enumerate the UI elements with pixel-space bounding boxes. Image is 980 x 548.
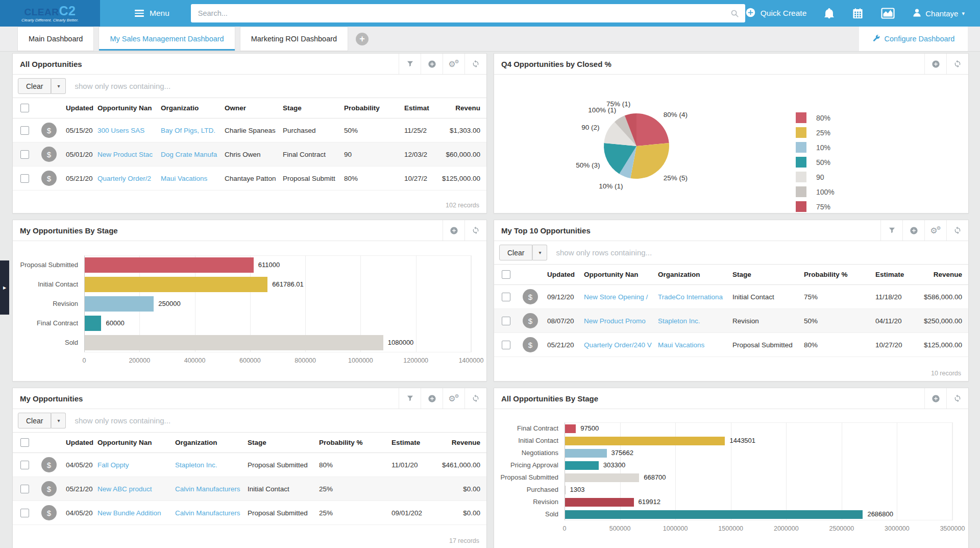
row-checkbox[interactable] — [20, 509, 29, 517]
column-header-stage[interactable]: Stage — [248, 433, 319, 453]
cell-name[interactable]: 300 Users SAS — [97, 118, 161, 142]
table-row[interactable]: $05/21/20Quarterly Order/2Maui Vacations… — [13, 166, 486, 190]
column-header-updated[interactable]: Updated — [547, 265, 584, 285]
settings-icon[interactable]: ⚙⚙ — [443, 388, 464, 409]
search-icon[interactable] — [730, 9, 739, 18]
column-header-name[interactable]: Opportunity Nan — [584, 265, 658, 285]
sidebar-expand-toggle[interactable]: ▶ — [0, 260, 9, 315]
bar-initial-contact[interactable] — [565, 437, 725, 445]
clear-filter-dropdown[interactable]: ▾ — [51, 78, 66, 94]
table-row[interactable]: $05/21/20New ABC productCalvin Manufactu… — [13, 477, 486, 501]
column-header-org[interactable]: Organizatio — [161, 98, 225, 118]
filter-input[interactable] — [74, 81, 481, 91]
column-header-revenue[interactable]: Revenue — [912, 265, 968, 285]
cell-name[interactable]: New Bundle Addition — [97, 501, 175, 525]
bar-sold[interactable] — [85, 335, 383, 350]
user-menu[interactable]: Chantaye ▾ — [912, 8, 965, 19]
bar-negotiations[interactable] — [565, 449, 607, 458]
row-checkbox[interactable] — [20, 150, 29, 159]
select-all-checkbox[interactable] — [502, 270, 510, 279]
column-header-probability[interactable]: Probability % — [804, 265, 875, 285]
select-all-checkbox[interactable] — [20, 438, 29, 447]
cell-name[interactable]: Fall Oppty — [97, 453, 175, 477]
table-row[interactable]: $04/05/20New Bundle AdditionCalvin Manuf… — [13, 501, 486, 525]
configure-dashboard-button[interactable]: Configure Dashboard — [859, 27, 968, 51]
cell-name[interactable]: Quarterly Order/240 V — [584, 333, 658, 357]
filter-input[interactable] — [555, 248, 963, 257]
column-header-stage[interactable]: Stage — [732, 265, 804, 285]
notifications-bell-icon[interactable] — [824, 8, 835, 19]
add-icon[interactable] — [443, 220, 464, 241]
column-header-org[interactable]: Organization — [175, 433, 248, 453]
tab-my-sales-management-dashboard[interactable]: My Sales Management Dashboard — [99, 27, 235, 51]
cell-name[interactable]: Quarterly Order/2 — [97, 166, 161, 190]
row-checkbox[interactable] — [502, 317, 510, 325]
table-row[interactable]: $04/05/20Fall OpptyStapleton Inc.Proposa… — [13, 453, 486, 477]
cell-name[interactable]: New Product Stac — [97, 142, 161, 166]
bar-revision[interactable] — [85, 296, 154, 312]
cell-org[interactable]: Maui Vacations — [161, 166, 225, 190]
filter-icon[interactable] — [399, 388, 421, 409]
cell-org[interactable]: Dog Crate Manufa — [161, 142, 225, 166]
row-checkbox[interactable] — [20, 461, 29, 469]
add-icon[interactable] — [924, 54, 946, 74]
row-checkbox[interactable] — [20, 174, 29, 183]
refresh-icon[interactable] — [464, 388, 486, 409]
bar-pricing-approval[interactable] — [565, 461, 599, 470]
bar-proposal-submitted[interactable] — [85, 257, 254, 273]
refresh-icon[interactable] — [464, 54, 486, 74]
settings-icon[interactable]: ⚙⚙ — [924, 220, 946, 241]
calendar-icon[interactable] — [852, 8, 864, 19]
refresh-icon[interactable] — [464, 220, 486, 241]
select-all-checkbox[interactable] — [20, 104, 29, 112]
table-row[interactable]: $09/12/20New Store Opening /TradeCo Inte… — [494, 285, 968, 309]
cell-name[interactable]: New ABC product — [97, 477, 175, 501]
settings-icon[interactable]: ⚙⚙ — [443, 54, 464, 74]
table-row[interactable]: $08/07/20New Product PromoStapleton Inc.… — [494, 309, 968, 333]
row-checkbox[interactable] — [502, 293, 510, 301]
cell-name[interactable]: New Store Opening / — [584, 285, 658, 309]
filter-icon[interactable] — [399, 54, 421, 74]
column-header-updated[interactable]: Updated — [66, 433, 97, 453]
pie-slice-25%[interactable] — [630, 143, 669, 179]
row-checkbox[interactable] — [502, 341, 510, 349]
bar-purchased[interactable] — [565, 486, 566, 494]
bar-initial-contact[interactable] — [85, 277, 267, 292]
bar-proposal-submitted[interactable] — [565, 473, 639, 482]
search-input[interactable] — [197, 9, 730, 18]
bar-sold[interactable] — [565, 510, 863, 519]
tab-marketing-roi-dashboard[interactable]: Marketing ROI Dashboard — [240, 27, 348, 51]
cell-name[interactable]: New Product Promo — [584, 309, 658, 333]
add-icon[interactable] — [924, 388, 946, 409]
clear-filter-button[interactable]: Clear — [499, 245, 532, 260]
bar-final-contract[interactable] — [565, 424, 576, 433]
table-row[interactable]: $05/15/20300 Users SASBay Of Pigs, LTD.C… — [13, 118, 486, 142]
add-tab-button[interactable]: + — [356, 33, 369, 45]
bar-final-contract[interactable] — [85, 316, 101, 331]
column-header-probability[interactable]: Probability — [344, 98, 404, 118]
cell-org[interactable]: Bay Of Pigs, LTD. — [161, 118, 225, 142]
clear-filter-button[interactable]: Clear — [18, 78, 51, 94]
cell-org[interactable]: Stapleton Inc. — [175, 453, 248, 477]
clear-filter-dropdown[interactable]: ▾ — [51, 413, 66, 428]
add-icon[interactable] — [902, 220, 924, 241]
clear-filter-button[interactable]: Clear — [18, 413, 51, 428]
quick-create-button[interactable]: Quick Create — [745, 7, 806, 20]
cell-org[interactable]: TradeCo Internationa — [658, 285, 732, 309]
reports-area-chart-icon[interactable] — [881, 7, 895, 19]
filter-input[interactable] — [74, 416, 481, 425]
column-header-revenue[interactable]: Revenue — [427, 433, 486, 453]
column-header-estimate[interactable]: Estimate — [391, 433, 427, 453]
column-header-name[interactable]: Opportunity Nan — [97, 433, 175, 453]
menu-button[interactable]: Menu — [135, 8, 169, 19]
column-header-owner[interactable]: Owner — [225, 98, 283, 118]
column-header-name[interactable]: Opportunity Nan — [97, 98, 161, 118]
add-icon[interactable] — [421, 388, 443, 409]
column-header-estimate[interactable]: Estimat — [404, 98, 436, 118]
column-header-org[interactable]: Organization — [658, 265, 732, 285]
refresh-icon[interactable] — [946, 220, 968, 241]
filter-icon[interactable] — [880, 220, 902, 241]
refresh-icon[interactable] — [946, 54, 968, 74]
cell-org[interactable]: Calvin Manufacturers — [175, 501, 248, 525]
pie-slice-80%[interactable] — [636, 113, 669, 146]
